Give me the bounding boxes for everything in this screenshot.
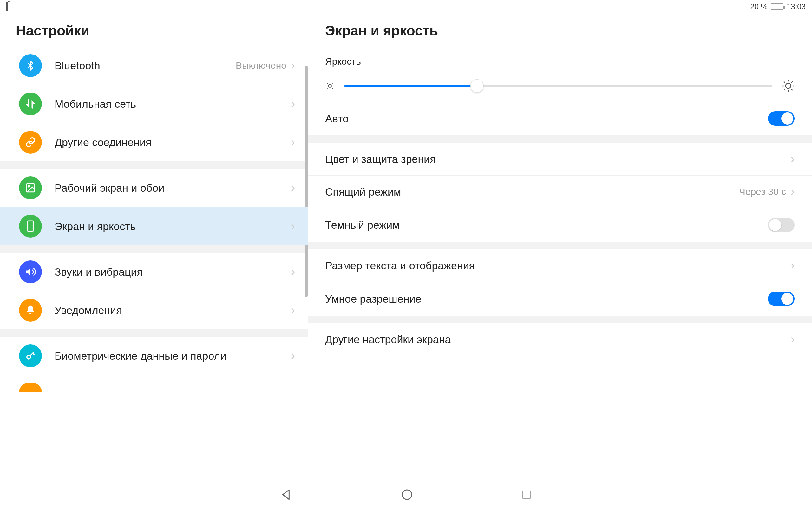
chevron-right-icon: ›	[291, 265, 295, 279]
brightness-slider-row	[308, 72, 812, 102]
clock: 13:03	[786, 2, 806, 11]
partial-icon	[19, 383, 42, 392]
sidebar-item-mobile-network[interactable]: Мобильная сеть ›	[0, 85, 308, 123]
chevron-right-icon: ›	[291, 303, 295, 317]
chevron-right-icon: ›	[791, 259, 795, 272]
sidebar-item-label: Bluetooth	[55, 60, 236, 72]
svg-line-8	[332, 88, 333, 89]
link-icon	[19, 131, 42, 154]
chevron-right-icon: ›	[791, 185, 795, 199]
settings-sidebar: Настройки Bluetooth Выключено › Мобильна…	[0, 13, 308, 482]
svg-rect-23	[523, 491, 530, 498]
sidebar-item-label: Звуки и вибрация	[55, 266, 291, 278]
chevron-right-icon: ›	[791, 153, 795, 166]
mobile-data-icon	[19, 93, 42, 115]
row-color-eye-protection[interactable]: Цвет и защита зрения ›	[308, 143, 812, 175]
sidebar-item-label: Уведомления	[55, 304, 291, 317]
navigation-bar	[0, 482, 812, 507]
auto-brightness-label: Авто	[325, 112, 349, 125]
sidebar-item-biometrics[interactable]: Биометрические данные и пароли ›	[0, 337, 308, 375]
dark-mode-toggle[interactable]	[768, 218, 795, 232]
panel-title: Экран и яркость	[308, 13, 812, 47]
row-dark-mode: Темный режим	[308, 208, 812, 242]
sound-icon	[19, 261, 42, 283]
row-label: Спящий режим	[325, 186, 401, 198]
chevron-right-icon: ›	[291, 220, 295, 233]
sidebar-item-label: Экран и яркость	[55, 220, 291, 233]
nav-back-button[interactable]	[280, 488, 293, 501]
row-sleep-mode[interactable]: Спящий режим Через 30 с ›	[308, 175, 812, 208]
row-label: Другие настройки экрана	[325, 333, 451, 346]
sidebar-item-label: Другие соединения	[55, 136, 291, 149]
svg-line-21	[792, 82, 792, 82]
svg-rect-2	[28, 221, 33, 232]
row-other-display-settings[interactable]: Другие настройки экрана ›	[308, 323, 812, 355]
row-value: Через 30 с	[739, 186, 786, 197]
chevron-right-icon: ›	[291, 97, 295, 111]
sidebar-item-label: Биометрические данные и пароли	[55, 350, 291, 362]
row-smart-resolution: Умное разрешение	[308, 282, 812, 316]
row-text-display-size[interactable]: Размер текста и отображения ›	[308, 249, 812, 282]
chevron-right-icon: ›	[291, 181, 295, 194]
battery-warning-icon	[6, 2, 8, 11]
battery-icon	[771, 3, 783, 10]
bluetooth-icon	[19, 54, 42, 77]
chevron-right-icon: ›	[791, 333, 795, 346]
svg-point-22	[402, 490, 412, 499]
svg-point-13	[786, 83, 791, 89]
row-label: Размер текста и отображения	[325, 260, 475, 272]
chevron-right-icon: ›	[291, 349, 295, 362]
svg-line-7	[327, 83, 328, 83]
sidebar-item-sounds[interactable]: Звуки и вибрация ›	[0, 253, 308, 291]
smart-resolution-toggle[interactable]	[768, 291, 795, 306]
brightness-slider[interactable]	[344, 85, 772, 87]
svg-point-4	[328, 84, 332, 88]
row-label: Темный режим	[325, 219, 400, 231]
bell-icon	[19, 299, 42, 322]
svg-line-12	[332, 83, 333, 83]
sidebar-item-value: Выключено	[236, 60, 287, 71]
sidebar-item-other-connections[interactable]: Другие соединения ›	[0, 123, 308, 161]
slider-thumb[interactable]	[470, 79, 484, 93]
svg-line-17	[792, 89, 792, 90]
brightness-high-icon	[782, 79, 795, 92]
sidebar-item-notifications[interactable]: Уведомления ›	[0, 291, 308, 329]
sidebar-item-label: Мобильная сеть	[55, 98, 291, 110]
key-icon	[19, 344, 42, 367]
svg-line-11	[327, 88, 328, 89]
picture-icon	[19, 176, 42, 199]
sidebar-item-home-screen[interactable]: Рабочий экран и обои ›	[0, 169, 308, 207]
sidebar-item-display-brightness[interactable]: Экран и яркость ›	[0, 207, 308, 245]
sidebar-item-label: Рабочий экран и обои	[55, 182, 291, 194]
chevron-right-icon: ›	[291, 59, 295, 72]
auto-brightness-toggle[interactable]	[768, 111, 795, 126]
sidebar-item-partial[interactable]	[0, 375, 308, 392]
brightness-low-icon	[325, 81, 335, 91]
display-settings-panel: Экран и яркость Яркость Авто Цвет и защи…	[308, 13, 812, 482]
sidebar-title: Настройки	[0, 13, 308, 47]
row-label: Умное разрешение	[325, 293, 421, 305]
battery-percent: 20 %	[750, 2, 768, 11]
row-label: Цвет и защита зрения	[325, 153, 436, 165]
nav-recent-button[interactable]	[521, 489, 532, 500]
status-bar: 20 % 13:03	[0, 0, 812, 13]
sidebar-item-bluetooth[interactable]: Bluetooth Выключено ›	[0, 47, 308, 84]
nav-home-button[interactable]	[401, 488, 413, 501]
svg-point-1	[28, 186, 30, 187]
brightness-section-label: Яркость	[308, 47, 812, 72]
row-auto-brightness: Авто	[308, 102, 812, 135]
phone-display-icon	[19, 215, 42, 238]
svg-line-16	[784, 82, 785, 82]
chevron-right-icon: ›	[291, 135, 295, 149]
svg-line-20	[784, 89, 785, 90]
